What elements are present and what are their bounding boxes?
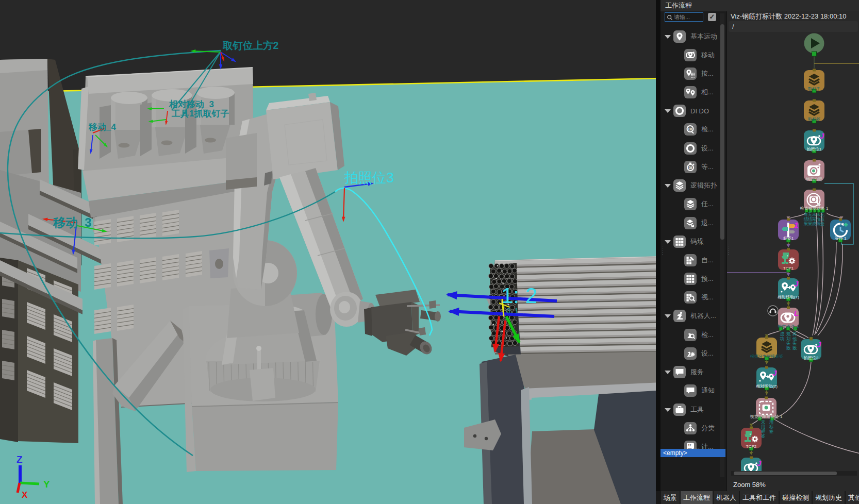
svg-text:视觉结果用标签 1: 视觉结果用标签 1	[750, 414, 783, 419]
svg-text:DI: DI	[689, 166, 692, 170]
svg-text:标签1: 标签1	[783, 236, 794, 241]
svg-text:TCP1: TCP1	[783, 266, 794, 271]
svg-text:L: L	[794, 309, 799, 317]
svg-text:相对移动_3: 相对移动_3	[169, 99, 214, 109]
svg-text:1: 2: 1: 2	[501, 283, 537, 308]
svg-text:J: J	[772, 368, 777, 377]
svg-text:移动_4: 移动_4	[88, 122, 116, 132]
svg-text:DI: DI	[688, 127, 692, 131]
svg-text:检查视觉结果 1: 检查视觉结果 1	[800, 206, 829, 211]
svg-text:拍照位1: 拍照位1	[806, 147, 822, 152]
svg-text:钢筋拍照: 钢筋拍照	[805, 177, 822, 181]
svg-text:云: 云	[820, 221, 825, 226]
svg-text:败: 败	[792, 345, 797, 350]
svg-text:J: J	[794, 279, 799, 288]
svg-text:取标签: 取标签	[808, 117, 820, 122]
svg-text:Z: Z	[16, 454, 23, 465]
svg-text:等待 1: 等待 1	[835, 236, 847, 241]
svg-text:签: 签	[761, 433, 766, 439]
svg-text:拍照位2: 拍照位2	[803, 356, 819, 360]
svg-text:Y: Y	[43, 479, 50, 490]
svg-text:TCP2: TCP2	[746, 444, 757, 449]
svg-text:败: 败	[786, 345, 791, 350]
svg-text:J: J	[757, 459, 762, 467]
svg-text:取钉位上方2: 取钉位上方2	[222, 40, 279, 51]
svg-text:功: 功	[780, 336, 785, 341]
svg-text:工具1抓取钉子: 工具1抓取钉子	[171, 109, 229, 119]
svg-text:取钉子: 取钉子	[808, 87, 820, 91]
svg-text:J: J	[817, 340, 821, 349]
svg-text:移动_3: 移动_3	[53, 215, 92, 229]
svg-text:根据分支焊接标签: 根据分支焊接标签	[750, 354, 783, 359]
svg-text:相对移动(2): 相对移动(2)	[756, 384, 778, 389]
svg-text:拍照位3: 拍照位3	[344, 170, 394, 186]
svg-text:视觉移动_1: 视觉移动_1	[778, 324, 799, 329]
svg-text:0. 1: 0. 1	[506, 307, 519, 315]
svg-text:X: X	[22, 490, 28, 500]
svg-text:相对移动(1): 相对移动(1)	[778, 295, 799, 299]
svg-text:1: 1	[794, 221, 798, 229]
svg-text:J: J	[820, 131, 824, 140]
svg-text:签: 签	[769, 429, 774, 434]
